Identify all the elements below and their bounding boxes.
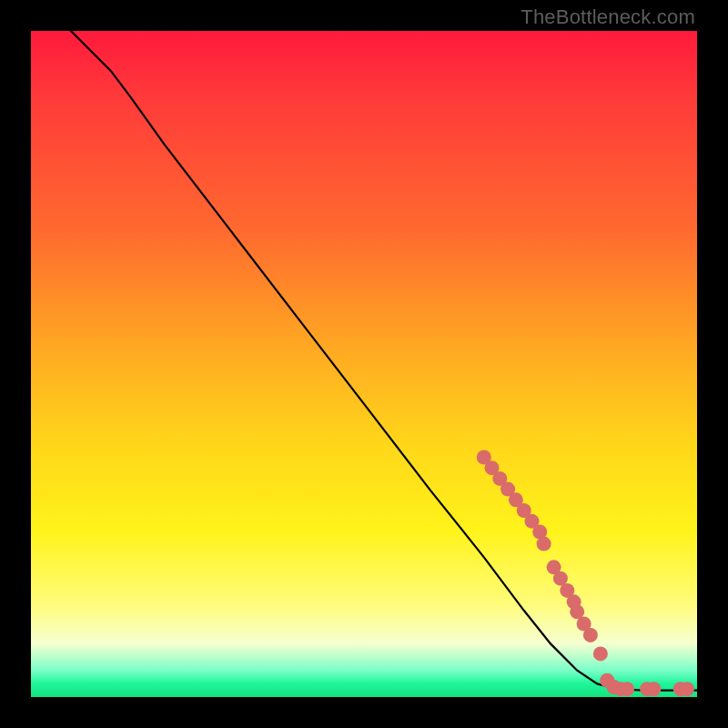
data-marker [680, 682, 694, 696]
bottleneck-curve [71, 31, 697, 691]
plot-area [31, 31, 697, 697]
data-marker [646, 682, 661, 696]
chart-frame: TheBottleneck.com [0, 0, 728, 728]
data-marker [620, 682, 634, 696]
data-marker [583, 628, 598, 642]
chart-svg [31, 31, 697, 697]
attribution-label: TheBottleneck.com [521, 5, 695, 29]
data-marker [593, 646, 608, 661]
data-marker [537, 537, 551, 551]
markers-group [477, 450, 694, 697]
